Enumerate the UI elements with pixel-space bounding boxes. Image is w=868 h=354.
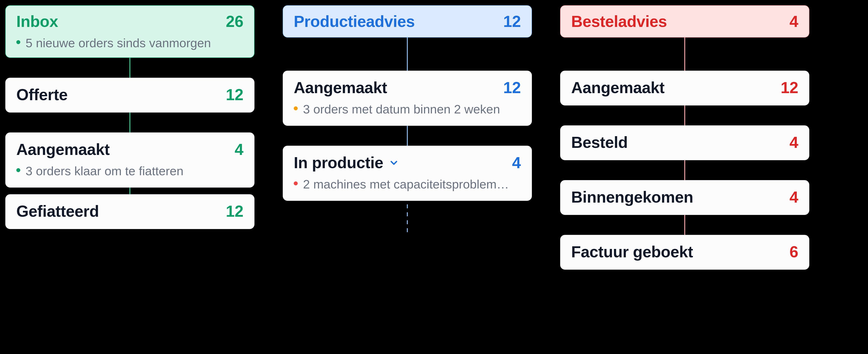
stage-title: Offerte xyxy=(16,86,68,104)
header-count: 12 xyxy=(503,12,521,30)
stage-title: Aangemaakt xyxy=(294,79,387,97)
stage-card-aangemaakt[interactable]: Aangemaakt 12 xyxy=(560,70,809,106)
stage-note: 2 machines met capaciteitsproblem… xyxy=(294,177,521,192)
column-productieadvies: Productieadvies 12 Aangemaakt 12 3 order… xyxy=(283,5,532,235)
stage-count: 4 xyxy=(789,188,798,206)
header-title: Inbox xyxy=(16,12,58,30)
stage-count: 4 xyxy=(235,140,244,158)
stage-count: 12 xyxy=(226,202,244,220)
stage-card-in-productie[interactable]: In productie 4 2 machines met capaciteit… xyxy=(283,146,532,201)
stage-count: 12 xyxy=(781,79,798,97)
stage-title: Aangemaakt xyxy=(16,140,110,158)
status-dot-icon xyxy=(16,40,20,44)
stage-title: Factuur geboekt xyxy=(571,243,693,261)
header-card-productieadvies[interactable]: Productieadvies 12 xyxy=(283,5,532,37)
header-card-inbox[interactable]: Inbox 26 5 nieuwe orders sinds vanmorgen xyxy=(5,5,254,58)
connector-line xyxy=(684,37,685,70)
status-dot-icon xyxy=(294,181,298,185)
stage-title: Aangemaakt xyxy=(571,79,664,97)
header-title: Besteladvies xyxy=(571,12,667,30)
connector-line xyxy=(407,126,408,146)
stage-note: 3 orders klaar om te fiatteren xyxy=(16,163,244,179)
chevron-down-icon[interactable] xyxy=(389,154,399,172)
stage-count: 12 xyxy=(226,86,244,104)
header-title: Productieadvies xyxy=(294,12,415,30)
column-besteladvies: Besteladvies 4 Aangemaakt 12 Besteld 4 B… xyxy=(560,5,809,270)
stage-card-besteld[interactable]: Besteld 4 xyxy=(560,125,809,160)
stage-card-offerte[interactable]: Offerte 12 xyxy=(5,78,254,113)
connector-line xyxy=(684,160,685,180)
stage-count: 12 xyxy=(503,79,521,97)
stage-count: 4 xyxy=(512,154,521,172)
header-card-besteladvies[interactable]: Besteladvies 4 xyxy=(560,5,809,37)
header-count: 26 xyxy=(226,12,244,30)
stage-count: 4 xyxy=(789,133,798,151)
stage-title: Besteld xyxy=(571,133,628,151)
connector-line-dashed xyxy=(407,204,408,235)
stage-count: 6 xyxy=(789,243,798,261)
stage-title: Binnengekomen xyxy=(571,188,693,206)
stage-card-gefiatteerd[interactable]: Gefiatteerd 12 xyxy=(5,194,254,229)
stage-title: In productie xyxy=(294,154,399,172)
connector-line xyxy=(407,37,408,70)
header-note: 5 nieuwe orders sinds vanmorgen xyxy=(16,35,244,51)
stage-note: 3 orders met datum binnen 2 weken xyxy=(294,101,521,117)
stage-card-binnengekomen[interactable]: Binnengekomen 4 xyxy=(560,180,809,215)
status-dot-icon xyxy=(294,107,298,110)
connector-line xyxy=(129,58,130,78)
status-dot-icon xyxy=(16,168,20,172)
connector-line xyxy=(684,215,685,235)
stage-card-aangemaakt[interactable]: Aangemaakt 4 3 orders klaar om te fiatte… xyxy=(5,132,254,187)
connector-line xyxy=(684,106,685,125)
stage-title: Gefiatteerd xyxy=(16,202,99,220)
column-inbox: Inbox 26 5 nieuwe orders sinds vanmorgen… xyxy=(5,5,254,229)
stage-card-factuur-geboekt[interactable]: Factuur geboekt 6 xyxy=(560,235,809,270)
stage-card-aangemaakt[interactable]: Aangemaakt 12 3 orders met datum binnen … xyxy=(283,70,532,126)
connector-line xyxy=(129,113,130,132)
header-count: 4 xyxy=(789,12,798,30)
